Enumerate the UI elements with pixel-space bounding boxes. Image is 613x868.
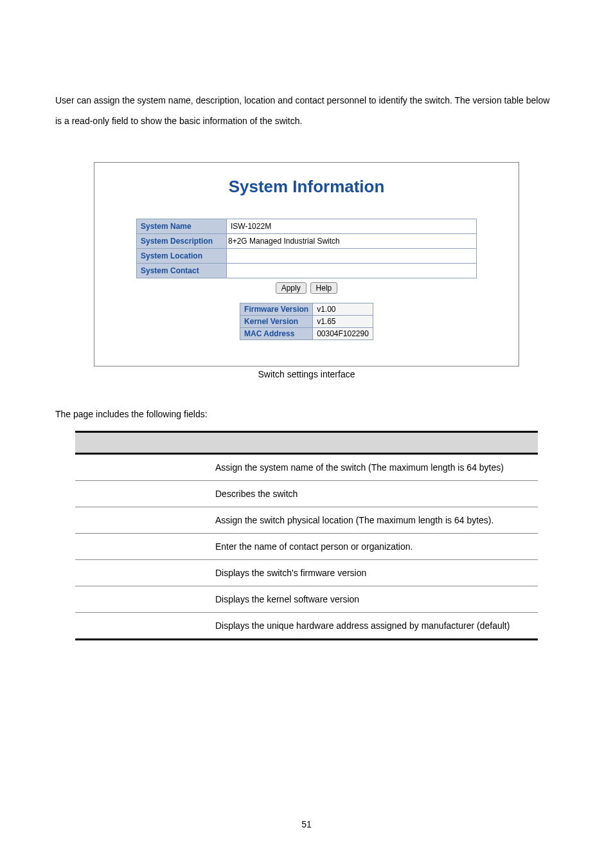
field-object <box>75 613 210 640</box>
table-row: Assign the switch physical location (The… <box>75 507 538 534</box>
screenshot-panel: System Information System NameSystem Des… <box>94 162 519 366</box>
panel-title: System Information <box>112 177 501 197</box>
table-row: Displays the kernel software version <box>75 586 538 613</box>
apply-button[interactable]: Apply <box>276 282 306 294</box>
table-row: Assign the system name of the switch (Th… <box>75 454 538 481</box>
form-row: System Contact <box>137 264 477 278</box>
intro-text: User can assign the system name, descrip… <box>55 90 558 131</box>
fields-header-row <box>75 432 538 454</box>
table-row: Displays the unique hardware address ass… <box>75 613 538 640</box>
form-label: System Description <box>137 234 227 249</box>
version-label: MAC Address <box>240 328 313 340</box>
form-input[interactable] <box>228 221 475 232</box>
version-row: Kernel Versionv1.65 <box>240 316 373 328</box>
form-label: System Location <box>137 249 227 264</box>
field-object <box>75 507 210 534</box>
help-button[interactable]: Help <box>310 282 338 294</box>
system-info-form: System NameSystem Description8+2G Manage… <box>136 219 477 278</box>
screenshot-caption: Switch settings interface <box>55 369 558 379</box>
version-label: Firmware Version <box>240 303 313 316</box>
field-description: Displays the unique hardware address ass… <box>210 613 538 640</box>
field-object <box>75 560 210 586</box>
fields-header-object <box>75 432 210 454</box>
version-value: 00304F102290 <box>313 328 373 340</box>
form-row: System Name <box>137 219 477 234</box>
fields-table: Assign the system name of the switch (Th… <box>75 431 538 640</box>
page-number: 51 <box>0 819 613 829</box>
table-row: Enter the name of contact person or orga… <box>75 534 538 560</box>
field-description: Enter the name of contact person or orga… <box>210 534 538 560</box>
fields-header-desc <box>210 432 538 454</box>
version-table: Firmware Versionv1.00Kernel Versionv1.65… <box>240 303 373 340</box>
form-row: System Location <box>137 249 477 264</box>
field-description: Assign the system name of the switch (Th… <box>210 454 538 481</box>
version-row: Firmware Versionv1.00 <box>240 303 373 316</box>
field-object <box>75 454 210 481</box>
form-input[interactable] <box>228 265 475 276</box>
table-row: Displays the switch's firmware version <box>75 560 538 586</box>
field-description: Assign the switch physical location (The… <box>210 507 538 534</box>
form-value: 8+2G Managed Industrial Switch <box>227 234 477 249</box>
field-object <box>75 481 210 507</box>
form-row: System Description8+2G Managed Industria… <box>137 234 477 249</box>
form-label: System Name <box>137 219 227 234</box>
field-object <box>75 586 210 613</box>
table-row: Describes the switch <box>75 481 538 507</box>
form-label: System Contact <box>137 264 227 278</box>
field-description: Displays the kernel software version <box>210 586 538 613</box>
fields-intro: The page includes the following fields: <box>55 409 558 419</box>
field-object <box>75 534 210 560</box>
version-value: v1.65 <box>313 316 373 328</box>
version-value: v1.00 <box>313 303 373 316</box>
form-input[interactable] <box>228 250 475 262</box>
version-row: MAC Address00304F102290 <box>240 328 373 340</box>
field-description: Displays the switch's firmware version <box>210 560 538 586</box>
field-description: Describes the switch <box>210 481 538 507</box>
button-row: Apply Help <box>112 282 501 294</box>
version-label: Kernel Version <box>240 316 313 328</box>
